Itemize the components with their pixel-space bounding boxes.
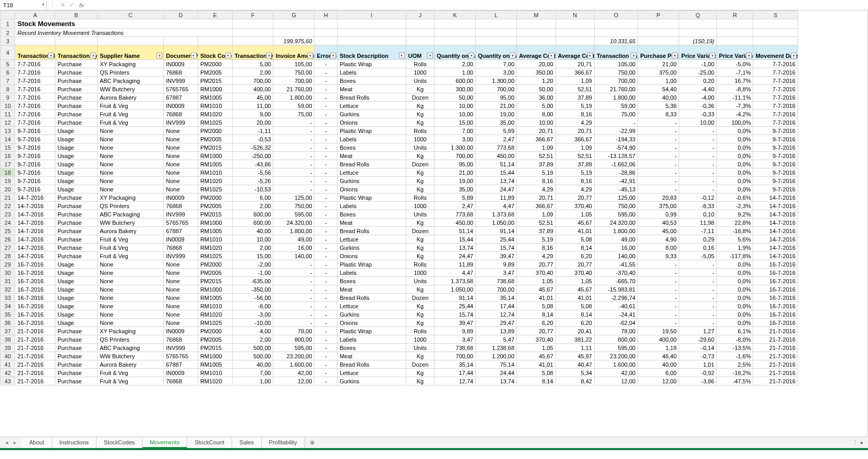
cell[interactable]: Purchase [55, 219, 98, 227]
cell[interactable]: Usage [55, 168, 98, 177]
row-header[interactable]: 19 [1, 177, 15, 185]
cell[interactable]: 1,05 [517, 344, 556, 352]
cell[interactable]: Kg [406, 244, 435, 252]
cell[interactable]: PM2005 [198, 135, 232, 143]
cell[interactable]: -7,3% [717, 102, 753, 110]
cell[interactable]: RM1005 [198, 360, 232, 369]
add-sheet-button[interactable]: ⊕ [305, 438, 320, 448]
cell[interactable]: - [679, 294, 717, 302]
cell[interactable]: 5,6% [717, 235, 753, 244]
cell[interactable]: 9-7-2016 [753, 127, 798, 135]
cell[interactable]: Kg [406, 235, 435, 244]
cell[interactable]: 35,00 [476, 118, 517, 127]
row-header[interactable]: 1 [1, 19, 15, 29]
cell[interactable]: - [679, 152, 717, 160]
cell[interactable]: 40,00 [232, 227, 273, 235]
cell[interactable]: 52,51 [517, 219, 556, 227]
cell[interactable]: None [164, 135, 198, 143]
cell[interactable]: Labels [337, 68, 406, 77]
cell[interactable]: - [315, 177, 337, 185]
cell[interactable]: -5,05 [679, 252, 717, 260]
cell[interactable]: Purchase [55, 252, 98, 260]
cell[interactable]: 0,0% [717, 277, 753, 285]
cell[interactable]: 40,00 [232, 360, 273, 369]
cell[interactable]: None [98, 285, 164, 294]
cell[interactable]: 5,19 [517, 235, 556, 244]
cell[interactable]: 37,89 [556, 93, 594, 102]
column-header[interactable]: Stock Description▾ [337, 45, 406, 60]
cell[interactable]: ABC Packaging [98, 210, 164, 219]
cell[interactable]: 20,71 [517, 127, 556, 135]
cell[interactable]: -2,3% [717, 202, 753, 210]
cell[interactable]: 14-7-2016 [753, 235, 798, 244]
cell[interactable]: Plastic Wrap [337, 127, 406, 135]
cell[interactable]: -10,53 [232, 185, 273, 194]
cell[interactable]: None [164, 302, 198, 310]
cell[interactable]: 9-7-2016 [15, 143, 55, 152]
row-header[interactable]: 27 [1, 244, 15, 252]
cell[interactable]: Kg [406, 219, 435, 227]
cell[interactable]: Units [406, 210, 435, 219]
column-header[interactable]: Stock Code▾ [198, 45, 232, 60]
cell[interactable]: - [679, 285, 717, 294]
cell[interactable]: -13.128,57 [594, 152, 637, 160]
cell[interactable]: - [315, 77, 337, 85]
row-header[interactable]: 33 [1, 294, 15, 302]
cell[interactable]: 14-7-2016 [753, 244, 798, 252]
cell[interactable]: - [315, 93, 337, 102]
cell[interactable]: 0,0% [717, 185, 753, 194]
cell[interactable]: -41,55 [594, 260, 637, 269]
cell[interactable]: 16-7-2016 [753, 302, 798, 310]
cell[interactable]: -0,73 [679, 352, 717, 360]
cell[interactable]: Rolls [406, 194, 435, 202]
cell[interactable]: 5,19 [556, 102, 594, 110]
cell[interactable]: PM2000 [198, 260, 232, 269]
cell[interactable]: 16-7-2016 [15, 277, 55, 285]
sheet-tab-profitability[interactable]: Profitability [262, 438, 305, 448]
cell[interactable]: - [315, 143, 337, 152]
cell[interactable]: 17,44 [476, 302, 517, 310]
cell[interactable]: 3,47 [435, 335, 476, 344]
cell[interactable]: 76868 [164, 377, 198, 385]
cell[interactable]: 21-7-2016 [753, 335, 798, 344]
cell[interactable]: RM1020 [198, 377, 232, 385]
cell[interactable]: - [315, 352, 337, 360]
cell[interactable]: - [638, 118, 679, 127]
cell[interactable]: - [273, 269, 315, 277]
cell[interactable]: 773,68 [476, 143, 517, 152]
cell[interactable]: 12,74 [435, 377, 476, 385]
cell[interactable]: Kg [406, 285, 435, 294]
cell[interactable]: Fruit & Veg [98, 244, 164, 252]
column-header[interactable]: Transaction Value▾ [594, 45, 637, 60]
cell[interactable]: 10,00 [679, 118, 717, 127]
cell[interactable]: 41,01 [517, 360, 556, 369]
cell[interactable]: 370,40 [517, 269, 556, 277]
filter-dropdown-icon[interactable]: ▾ [791, 53, 797, 58]
cell[interactable]: 1.800,00 [594, 227, 637, 235]
cell[interactable]: 3,47 [476, 269, 517, 277]
row-header[interactable]: 5 [1, 60, 15, 68]
cell[interactable]: 1,27 [679, 327, 717, 335]
filter-dropdown-icon[interactable]: ▾ [225, 53, 231, 58]
cell[interactable]: 6,20 [556, 252, 594, 260]
cell[interactable]: 75,00 [273, 110, 315, 118]
cell[interactable]: -0,36 [679, 102, 717, 110]
cell[interactable]: 14-7-2016 [753, 202, 798, 210]
cell[interactable]: -28,86 [594, 168, 637, 177]
cell[interactable]: 15,44 [476, 168, 517, 177]
cell[interactable]: 5,19 [556, 168, 594, 177]
cell[interactable]: Fruit & Veg [98, 235, 164, 244]
cell[interactable]: 21-7-2016 [15, 377, 55, 385]
cell[interactable]: 7,00 [232, 369, 273, 377]
row-header[interactable]: 35 [1, 310, 15, 319]
cell[interactable]: 0,10 [679, 210, 717, 219]
cell[interactable]: Kg [406, 177, 435, 185]
sheet-tab-stockcount[interactable]: StockCount [187, 438, 232, 448]
cell[interactable]: - [273, 168, 315, 177]
cell[interactable]: 21-7-2016 [753, 369, 798, 377]
cell[interactable]: 1000 [406, 335, 435, 344]
cell[interactable]: 51,14 [435, 227, 476, 235]
row-header[interactable]: 36 [1, 319, 15, 327]
cell[interactable]: 450,00 [435, 219, 476, 227]
cell[interactable]: RM1000 [198, 152, 232, 160]
